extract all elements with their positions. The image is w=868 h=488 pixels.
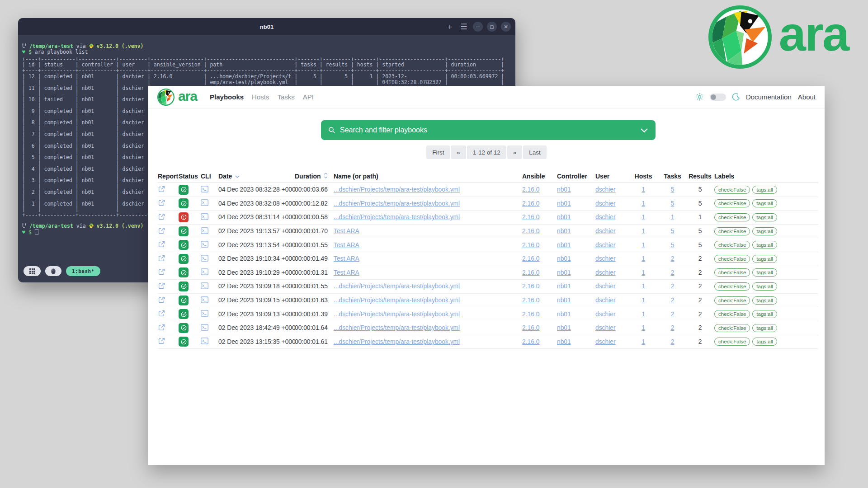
ansible-version-link[interactable]: 2.16.0 bbox=[522, 255, 539, 262]
playbook-name-link[interactable]: ...dschier/Projects/temp/ara-test/playbo… bbox=[334, 214, 460, 221]
controller-link[interactable]: nb01 bbox=[557, 242, 571, 249]
user-link[interactable]: dschier bbox=[595, 255, 615, 262]
col-duration-sort[interactable]: Duration bbox=[295, 173, 334, 180]
tasks-link[interactable]: 2 bbox=[671, 269, 675, 276]
cli-icon[interactable] bbox=[201, 282, 208, 289]
hosts-link[interactable]: 1 bbox=[642, 214, 645, 221]
ansible-version-link[interactable]: 2.16.0 bbox=[522, 297, 539, 304]
hosts-link[interactable]: 1 bbox=[642, 311, 645, 318]
playbook-name-link[interactable]: ...dschier/Projects/temp/ara-test/playbo… bbox=[334, 283, 460, 290]
playbook-name-link[interactable]: ...dschier/Projects/temp/ara-test/playbo… bbox=[334, 311, 460, 318]
user-link[interactable]: dschier bbox=[595, 269, 615, 276]
controller-link[interactable]: nb01 bbox=[557, 186, 571, 193]
nav-playbooks[interactable]: Playbooks bbox=[210, 93, 244, 101]
controller-link[interactable]: nb01 bbox=[557, 269, 571, 276]
ansible-version-link[interactable]: 2.16.0 bbox=[522, 324, 539, 331]
page-last-button[interactable]: Last bbox=[523, 145, 547, 159]
ansible-version-link[interactable]: 2.16.0 bbox=[522, 186, 539, 193]
report-link-icon[interactable] bbox=[158, 227, 165, 235]
app-brand[interactable]: ara bbox=[157, 89, 197, 106]
ansible-version-link[interactable]: 2.16.0 bbox=[522, 228, 539, 235]
user-link[interactable]: dschier bbox=[595, 214, 615, 221]
theme-toggle[interactable] bbox=[710, 94, 726, 101]
report-link-icon[interactable] bbox=[158, 185, 165, 193]
user-link[interactable]: dschier bbox=[595, 338, 615, 345]
hosts-link[interactable]: 1 bbox=[642, 242, 645, 249]
cli-icon[interactable] bbox=[201, 310, 208, 317]
playbook-name-link[interactable]: Test ARA bbox=[334, 255, 359, 262]
cli-icon[interactable] bbox=[201, 255, 208, 262]
tasks-link[interactable]: 2 bbox=[671, 255, 675, 262]
report-link-icon[interactable] bbox=[158, 310, 165, 317]
hosts-link[interactable]: 1 bbox=[642, 269, 645, 276]
playbook-name-link[interactable]: ...dschier/Projects/temp/ara-test/playbo… bbox=[334, 324, 460, 331]
report-link-icon[interactable] bbox=[158, 199, 165, 206]
controller-link[interactable]: nb01 bbox=[557, 283, 571, 290]
user-link[interactable]: dschier bbox=[595, 283, 615, 290]
hosts-link[interactable]: 1 bbox=[642, 324, 645, 331]
terminal-titlebar[interactable]: nb01 + ☰ ─ ◻ ✕ bbox=[18, 18, 515, 35]
minimize-button[interactable]: ─ bbox=[473, 22, 483, 32]
playbook-name-link[interactable]: ...dschier/Projects/temp/ara-test/playbo… bbox=[334, 200, 460, 207]
cli-icon[interactable] bbox=[201, 338, 208, 344]
tasks-link[interactable]: 2 bbox=[671, 338, 675, 345]
ansible-version-link[interactable]: 2.16.0 bbox=[522, 283, 539, 290]
tasks-link[interactable]: 5 bbox=[671, 186, 675, 193]
page-next-button[interactable]: » bbox=[507, 145, 523, 159]
controller-link[interactable]: nb01 bbox=[557, 311, 571, 318]
playbook-name-link[interactable]: ...dschier/Projects/temp/ara-test/playbo… bbox=[334, 338, 460, 345]
tasks-link[interactable]: 2 bbox=[671, 283, 675, 290]
new-tab-icon[interactable]: + bbox=[445, 23, 455, 31]
hosts-link[interactable]: 1 bbox=[642, 255, 645, 262]
playbook-name-link[interactable]: ...dschier/Projects/temp/ara-test/playbo… bbox=[334, 186, 460, 193]
report-link-icon[interactable] bbox=[158, 337, 165, 345]
tasks-link[interactable]: 1 bbox=[671, 214, 675, 221]
tasks-link[interactable]: 5 bbox=[671, 228, 675, 235]
ansible-version-link[interactable]: 2.16.0 bbox=[522, 242, 539, 249]
ansible-version-link[interactable]: 2.16.0 bbox=[522, 214, 539, 221]
tasks-link[interactable]: 2 bbox=[671, 297, 675, 304]
page-prev-button[interactable]: « bbox=[451, 145, 466, 159]
playbook-name-link[interactable]: Test ARA bbox=[334, 242, 359, 249]
ansible-version-link[interactable]: 2.16.0 bbox=[522, 338, 539, 345]
about-link[interactable]: About bbox=[798, 93, 816, 101]
apps-grid-button[interactable] bbox=[24, 266, 41, 276]
documentation-link[interactable]: Documentation bbox=[746, 93, 792, 101]
playbook-name-link[interactable]: Test ARA bbox=[334, 228, 359, 235]
user-link[interactable]: dschier bbox=[595, 242, 615, 249]
playbook-name-link[interactable]: ...dschier/Projects/temp/ara-test/playbo… bbox=[334, 297, 460, 304]
report-link-icon[interactable] bbox=[158, 282, 165, 290]
report-link-icon[interactable] bbox=[158, 296, 165, 304]
controller-link[interactable]: nb01 bbox=[557, 297, 571, 304]
nav-api[interactable]: API bbox=[303, 93, 314, 101]
maximize-button[interactable]: ◻ bbox=[487, 22, 497, 32]
report-link-icon[interactable] bbox=[158, 213, 165, 221]
controller-link[interactable]: nb01 bbox=[557, 255, 571, 262]
tasks-link[interactable]: 2 bbox=[671, 324, 675, 331]
mouse-mode-button[interactable] bbox=[45, 266, 61, 276]
tasks-link[interactable]: 5 bbox=[671, 242, 675, 249]
hosts-link[interactable]: 1 bbox=[642, 228, 645, 235]
user-link[interactable]: dschier bbox=[595, 311, 615, 318]
controller-link[interactable]: nb01 bbox=[557, 324, 571, 331]
user-link[interactable]: dschier bbox=[595, 186, 615, 193]
controller-link[interactable]: nb01 bbox=[557, 200, 571, 207]
cli-icon[interactable] bbox=[201, 199, 208, 206]
user-link[interactable]: dschier bbox=[595, 324, 615, 331]
search-filter-bar[interactable]: Search and filter playbooks bbox=[321, 120, 656, 140]
cli-icon[interactable] bbox=[201, 241, 208, 248]
bash-tab[interactable]: 1:bash* bbox=[66, 266, 100, 276]
controller-link[interactable]: nb01 bbox=[557, 214, 571, 221]
hosts-link[interactable]: 1 bbox=[642, 200, 645, 207]
hosts-link[interactable]: 1 bbox=[642, 297, 645, 304]
ansible-version-link[interactable]: 2.16.0 bbox=[522, 311, 539, 318]
report-link-icon[interactable] bbox=[158, 324, 165, 331]
controller-link[interactable]: nb01 bbox=[557, 338, 571, 345]
page-first-button[interactable]: First bbox=[426, 145, 450, 159]
user-link[interactable]: dschier bbox=[595, 228, 615, 235]
controller-link[interactable]: nb01 bbox=[557, 228, 571, 235]
hosts-link[interactable]: 1 bbox=[642, 338, 645, 345]
report-link-icon[interactable] bbox=[158, 268, 165, 276]
hosts-link[interactable]: 1 bbox=[642, 186, 645, 193]
ansible-version-link[interactable]: 2.16.0 bbox=[522, 200, 539, 207]
